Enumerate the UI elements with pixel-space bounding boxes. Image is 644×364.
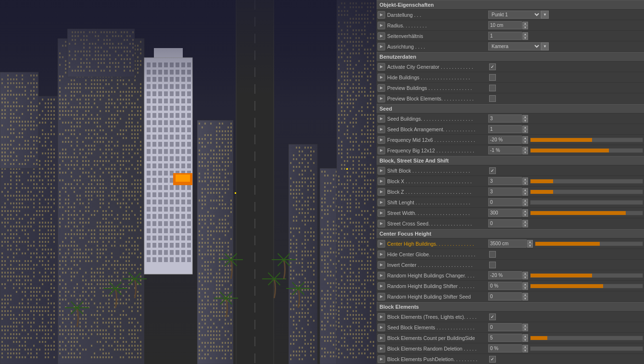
rh-shifter-up[interactable]: ▲ xyxy=(522,282,528,286)
prop-icon-block-z[interactable]: ▶ xyxy=(378,188,385,196)
freq-mid-up[interactable]: ▲ xyxy=(522,136,528,140)
block-x-up[interactable]: ▲ xyxy=(522,177,528,181)
shift-length-input[interactable] xyxy=(488,198,522,206)
seed-bld-up[interactable]: ▲ xyxy=(522,115,528,119)
prop-icon-seiten[interactable]: ▶ xyxy=(378,32,385,40)
prop-icon-preview[interactable]: ▶ xyxy=(378,84,385,92)
prop-icon-be-push[interactable]: ▶ xyxy=(378,355,385,363)
hide-globe-checkbox[interactable] xyxy=(489,251,496,258)
street-width-up[interactable]: ▲ xyxy=(522,209,528,213)
preview-checkbox[interactable] xyxy=(489,85,496,91)
street-width-down[interactable]: ▼ xyxy=(522,213,528,217)
rh-shifter-down[interactable]: ▼ xyxy=(522,286,528,290)
seiten-down[interactable]: ▼ xyxy=(522,36,528,40)
be-trees-checkbox[interactable]: ✓ xyxy=(489,314,496,320)
freq-big-down[interactable]: ▼ xyxy=(522,151,528,154)
freq-mid-down[interactable]: ▼ xyxy=(522,140,528,144)
prop-icon-shift-length[interactable]: ▶ xyxy=(378,199,385,206)
seed-block-input[interactable] xyxy=(488,125,522,133)
prop-icon-hide[interactable]: ▶ xyxy=(378,74,385,81)
seed-block-up[interactable]: ▲ xyxy=(522,126,528,129)
seiten-value-container: ▲ ▼ xyxy=(488,32,528,40)
freq-big-up[interactable]: ▲ xyxy=(522,147,528,151)
prop-icon-be-trees[interactable]: ▶ xyxy=(378,313,385,321)
be-count-down[interactable]: ▼ xyxy=(522,338,528,342)
rh-changer-up[interactable]: ▲ xyxy=(522,272,528,276)
be-push-checkbox[interactable]: ✓ xyxy=(489,356,496,363)
rh-seed-down[interactable]: ▼ xyxy=(522,297,528,301)
prop-icon-be-count[interactable]: ▶ xyxy=(378,334,385,342)
rh-changer-down[interactable]: ▼ xyxy=(522,276,528,279)
ausrichtung-select[interactable]: Kamera xyxy=(488,42,541,50)
prop-icon-preview-block[interactable]: ▶ xyxy=(378,95,385,102)
prop-icon-rh-shifter[interactable]: ▶ xyxy=(378,282,385,290)
seed-be-input[interactable] xyxy=(488,323,522,331)
prop-icon-seed-bld[interactable]: ▶ xyxy=(378,115,385,123)
preview-block-checkbox[interactable] xyxy=(489,95,496,102)
radius-up[interactable]: ▲ xyxy=(522,22,528,25)
darstellung-dropdown-arrow[interactable]: ▼ xyxy=(541,11,549,19)
seed-bld-down[interactable]: ▼ xyxy=(522,119,528,123)
prop-icon-rh-changer[interactable]: ▶ xyxy=(378,272,385,279)
prop-icon-street-width[interactable]: ▶ xyxy=(378,209,385,217)
darstellung-select[interactable]: Punkt 1 xyxy=(488,11,541,19)
seed-bld-input[interactable] xyxy=(488,114,522,123)
prop-icon-invert[interactable]: ▶ xyxy=(378,261,385,269)
activate-checkbox[interactable]: ✓ xyxy=(489,63,496,70)
prop-icon-street-cross[interactable]: ▶ xyxy=(378,220,385,227)
prop-icon-center-high[interactable]: ▶ xyxy=(378,240,385,248)
rh-changer-input[interactable] xyxy=(488,271,522,279)
prop-icon-ausrichtung[interactable]: ▶ xyxy=(378,43,385,50)
ausrichtung-dropdown-arrow[interactable]: ▼ xyxy=(541,42,549,50)
block-z-down[interactable]: ▼ xyxy=(522,192,528,196)
seed-be-up[interactable]: ▲ xyxy=(522,324,528,327)
block-z-up[interactable]: ▲ xyxy=(522,188,528,192)
radius-down[interactable]: ▼ xyxy=(522,25,528,29)
prop-icon-block-x[interactable]: ▶ xyxy=(378,177,385,185)
prop-icon-be-deletion[interactable]: ▶ xyxy=(378,345,385,352)
street-width-input[interactable] xyxy=(488,209,522,217)
block-x-down[interactable]: ▼ xyxy=(522,181,528,185)
shift-length-up[interactable]: ▲ xyxy=(522,199,528,202)
prop-icon-shift-block[interactable]: ▶ xyxy=(378,167,385,175)
street-cross-up[interactable]: ▲ xyxy=(522,220,528,224)
hide-checkbox[interactable] xyxy=(489,74,496,81)
be-count-input[interactable] xyxy=(488,334,522,342)
seed-block-down[interactable]: ▼ xyxy=(522,129,528,133)
prop-icon-hide-globe[interactable]: ▶ xyxy=(378,251,385,258)
prop-icon-seed-block[interactable]: ▶ xyxy=(378,126,385,133)
radius-input[interactable] xyxy=(488,21,522,29)
be-deletion-input[interactable] xyxy=(488,344,522,352)
rh-changer-spinner: ▲ ▼ xyxy=(522,272,528,279)
center-high-down[interactable]: ▼ xyxy=(527,244,533,248)
prop-icon-activate[interactable]: ▶ xyxy=(378,63,385,71)
shift-block-checkbox[interactable]: ✓ xyxy=(489,167,496,174)
center-high-up[interactable]: ▲ xyxy=(527,240,533,244)
seiten-input[interactable] xyxy=(488,32,522,40)
rh-seed-up[interactable]: ▲ xyxy=(522,293,528,297)
street-cross-down[interactable]: ▼ xyxy=(522,224,528,227)
prop-icon-freq-big[interactable]: ▶ xyxy=(378,147,385,154)
freq-mid-input[interactable] xyxy=(488,136,522,144)
freq-big-input[interactable] xyxy=(488,146,522,154)
be-count-up[interactable]: ▲ xyxy=(522,334,528,338)
rh-seed-input[interactable] xyxy=(488,292,522,301)
shift-length-down[interactable]: ▼ xyxy=(522,202,528,206)
block-z-input[interactable] xyxy=(488,188,522,196)
prop-icon-radius[interactable]: ▶ xyxy=(378,22,385,29)
seiten-up[interactable]: ▲ xyxy=(522,32,528,36)
street-cross-input[interactable] xyxy=(488,219,522,227)
invert-checkbox[interactable] xyxy=(489,262,496,268)
prop-icon-seed-be[interactable]: ▶ xyxy=(378,324,385,331)
seed-be-spinner: ▲ ▼ xyxy=(522,324,528,331)
center-high-input[interactable] xyxy=(488,239,527,248)
prop-icon-rh-seed[interactable]: ▶ xyxy=(378,293,385,301)
prop-icon-darstellung[interactable]: ▶ xyxy=(378,11,385,19)
rh-shifter-input[interactable] xyxy=(488,282,522,290)
be-deletion-up[interactable]: ▲ xyxy=(522,345,528,349)
be-deletion-down[interactable]: ▼ xyxy=(522,349,528,352)
block-x-input[interactable] xyxy=(488,177,522,185)
be-deletion-label: Block Elements Random Deletion . . . . . xyxy=(387,346,488,351)
seed-be-down[interactable]: ▼ xyxy=(522,327,528,331)
prop-icon-freq-mid[interactable]: ▶ xyxy=(378,136,385,144)
